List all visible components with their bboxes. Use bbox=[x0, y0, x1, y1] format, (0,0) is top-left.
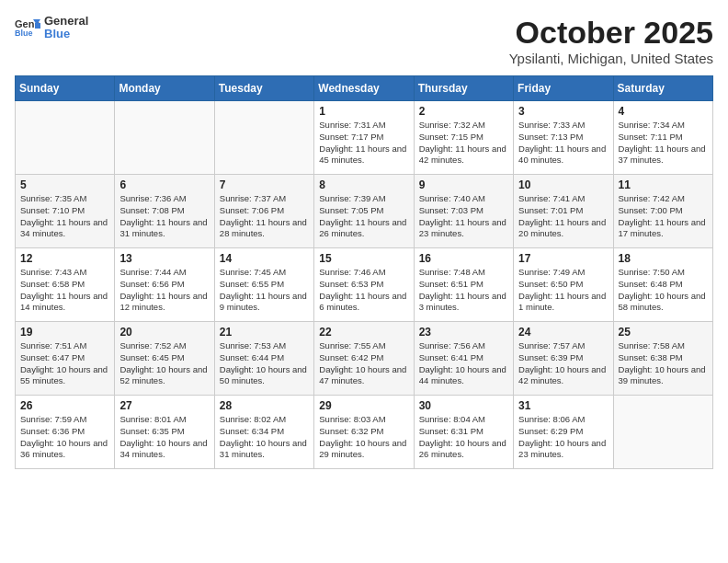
weekday-header-wednesday: Wednesday bbox=[314, 76, 414, 101]
calendar-cell: 22 Sunrise: 7:55 AMSunset: 6:42 PMDaylig… bbox=[314, 322, 414, 396]
week-row-4: 19 Sunrise: 7:51 AMSunset: 6:47 PMDaylig… bbox=[16, 322, 713, 396]
calendar-cell bbox=[214, 101, 313, 175]
day-detail: Sunrise: 7:40 AMSunset: 7:03 PMDaylight:… bbox=[419, 193, 506, 238]
calendar-cell: 26 Sunrise: 7:59 AMSunset: 6:36 PMDaylig… bbox=[16, 396, 115, 469]
day-number: 8 bbox=[319, 178, 408, 191]
day-number: 30 bbox=[419, 399, 508, 412]
calendar-cell: 6 Sunrise: 7:36 AMSunset: 7:08 PMDayligh… bbox=[115, 175, 214, 248]
day-number: 16 bbox=[419, 252, 508, 265]
day-detail: Sunrise: 7:44 AMSunset: 6:56 PMDaylight:… bbox=[119, 267, 207, 312]
week-row-2: 5 Sunrise: 7:35 AMSunset: 7:10 PMDayligh… bbox=[16, 175, 713, 248]
calendar-cell: 4 Sunrise: 7:34 AMSunset: 7:11 PMDayligh… bbox=[613, 101, 712, 175]
calendar-cell: 1 Sunrise: 7:31 AMSunset: 7:17 PMDayligh… bbox=[314, 101, 414, 175]
weekday-header-saturday: Saturday bbox=[613, 76, 712, 101]
day-detail: Sunrise: 7:46 AMSunset: 6:53 PMDaylight:… bbox=[319, 267, 406, 312]
day-number: 12 bbox=[20, 252, 109, 265]
logo-general-text: General bbox=[44, 15, 88, 28]
calendar-cell: 14 Sunrise: 7:45 AMSunset: 6:55 PMDaylig… bbox=[214, 248, 313, 322]
day-detail: Sunrise: 8:01 AMSunset: 6:35 PMDaylight:… bbox=[119, 414, 207, 459]
calendar-cell: 2 Sunrise: 7:32 AMSunset: 7:15 PMDayligh… bbox=[414, 101, 513, 175]
day-number: 19 bbox=[20, 326, 109, 339]
page-header: General Blue General Blue October 2025 Y… bbox=[15, 15, 713, 66]
calendar-cell bbox=[115, 101, 214, 175]
day-detail: Sunrise: 7:48 AMSunset: 6:51 PMDaylight:… bbox=[419, 267, 506, 312]
weekday-header-friday: Friday bbox=[514, 76, 613, 101]
calendar-table: SundayMondayTuesdayWednesdayThursdayFrid… bbox=[15, 75, 713, 469]
day-number: 2 bbox=[419, 105, 508, 118]
day-number: 26 bbox=[20, 399, 109, 412]
day-detail: Sunrise: 8:04 AMSunset: 6:31 PMDaylight:… bbox=[419, 414, 506, 459]
day-number: 31 bbox=[518, 399, 608, 412]
calendar-cell: 16 Sunrise: 7:48 AMSunset: 6:51 PMDaylig… bbox=[414, 248, 513, 322]
calendar-cell bbox=[16, 101, 115, 175]
calendar-cell: 7 Sunrise: 7:37 AMSunset: 7:06 PMDayligh… bbox=[214, 175, 313, 248]
calendar-cell: 19 Sunrise: 7:51 AMSunset: 6:47 PMDaylig… bbox=[16, 322, 115, 396]
week-row-3: 12 Sunrise: 7:43 AMSunset: 6:58 PMDaylig… bbox=[16, 248, 713, 322]
calendar-cell: 20 Sunrise: 7:52 AMSunset: 6:45 PMDaylig… bbox=[115, 322, 214, 396]
day-detail: Sunrise: 7:56 AMSunset: 6:41 PMDaylight:… bbox=[419, 340, 506, 385]
calendar-cell: 10 Sunrise: 7:41 AMSunset: 7:01 PMDaylig… bbox=[514, 175, 613, 248]
calendar-cell: 9 Sunrise: 7:40 AMSunset: 7:03 PMDayligh… bbox=[414, 175, 513, 248]
day-detail: Sunrise: 7:32 AMSunset: 7:15 PMDaylight:… bbox=[419, 120, 506, 165]
day-detail: Sunrise: 7:45 AMSunset: 6:55 PMDaylight:… bbox=[220, 267, 307, 312]
day-number: 17 bbox=[518, 252, 608, 265]
day-detail: Sunrise: 7:41 AMSunset: 7:01 PMDaylight:… bbox=[518, 193, 606, 238]
day-detail: Sunrise: 7:43 AMSunset: 6:58 PMDaylight:… bbox=[20, 267, 108, 312]
day-detail: Sunrise: 7:59 AMSunset: 6:36 PMDaylight:… bbox=[20, 414, 108, 459]
weekday-header-row: SundayMondayTuesdayWednesdayThursdayFrid… bbox=[16, 76, 713, 101]
day-detail: Sunrise: 7:37 AMSunset: 7:06 PMDaylight:… bbox=[220, 193, 307, 238]
calendar-cell: 30 Sunrise: 8:04 AMSunset: 6:31 PMDaylig… bbox=[414, 396, 513, 469]
day-number: 29 bbox=[319, 399, 408, 412]
weekday-header-thursday: Thursday bbox=[414, 76, 513, 101]
day-number: 20 bbox=[119, 326, 209, 339]
day-detail: Sunrise: 8:02 AMSunset: 6:34 PMDaylight:… bbox=[220, 414, 307, 459]
day-number: 14 bbox=[220, 252, 309, 265]
calendar-cell: 29 Sunrise: 8:03 AMSunset: 6:32 PMDaylig… bbox=[314, 396, 414, 469]
day-number: 23 bbox=[419, 326, 508, 339]
day-number: 5 bbox=[20, 178, 109, 191]
day-detail: Sunrise: 7:55 AMSunset: 6:42 PMDaylight:… bbox=[319, 340, 406, 385]
day-detail: Sunrise: 7:51 AMSunset: 6:47 PMDaylight:… bbox=[20, 340, 108, 385]
day-detail: Sunrise: 7:57 AMSunset: 6:39 PMDaylight:… bbox=[518, 340, 606, 385]
svg-text:Blue: Blue bbox=[15, 29, 33, 38]
day-detail: Sunrise: 7:34 AMSunset: 7:11 PMDaylight:… bbox=[619, 120, 706, 165]
day-number: 21 bbox=[220, 326, 309, 339]
calendar-cell: 18 Sunrise: 7:50 AMSunset: 6:48 PMDaylig… bbox=[613, 248, 712, 322]
location-title: Ypsilanti, Michigan, United States bbox=[509, 51, 713, 66]
calendar-cell: 23 Sunrise: 7:56 AMSunset: 6:41 PMDaylig… bbox=[414, 322, 513, 396]
calendar-cell: 13 Sunrise: 7:44 AMSunset: 6:56 PMDaylig… bbox=[115, 248, 214, 322]
day-number: 15 bbox=[319, 252, 408, 265]
day-number: 22 bbox=[319, 326, 408, 339]
day-number: 1 bbox=[319, 105, 408, 118]
month-title: October 2025 bbox=[509, 15, 713, 51]
day-detail: Sunrise: 7:36 AMSunset: 7:08 PMDaylight:… bbox=[119, 193, 207, 238]
weekday-header-monday: Monday bbox=[115, 76, 214, 101]
calendar-cell: 27 Sunrise: 8:01 AMSunset: 6:35 PMDaylig… bbox=[115, 396, 214, 469]
calendar-cell: 12 Sunrise: 7:43 AMSunset: 6:58 PMDaylig… bbox=[16, 248, 115, 322]
day-number: 25 bbox=[619, 326, 708, 339]
day-number: 24 bbox=[518, 326, 608, 339]
day-number: 4 bbox=[619, 105, 708, 118]
day-number: 3 bbox=[518, 105, 608, 118]
day-detail: Sunrise: 7:50 AMSunset: 6:48 PMDaylight:… bbox=[619, 267, 706, 312]
calendar-cell: 3 Sunrise: 7:33 AMSunset: 7:13 PMDayligh… bbox=[514, 101, 613, 175]
day-detail: Sunrise: 8:03 AMSunset: 6:32 PMDaylight:… bbox=[319, 414, 406, 459]
day-number: 18 bbox=[619, 252, 708, 265]
calendar-cell: 31 Sunrise: 8:06 AMSunset: 6:29 PMDaylig… bbox=[514, 396, 613, 469]
title-area: October 2025 Ypsilanti, Michigan, United… bbox=[509, 15, 713, 66]
svg-marker-3 bbox=[35, 23, 40, 29]
day-detail: Sunrise: 7:52 AMSunset: 6:45 PMDaylight:… bbox=[119, 340, 207, 385]
day-number: 28 bbox=[220, 399, 309, 412]
day-detail: Sunrise: 7:39 AMSunset: 7:05 PMDaylight:… bbox=[319, 193, 406, 238]
day-number: 9 bbox=[419, 178, 508, 191]
logo: General Blue General Blue bbox=[15, 15, 88, 41]
day-number: 13 bbox=[119, 252, 209, 265]
calendar-cell: 24 Sunrise: 7:57 AMSunset: 6:39 PMDaylig… bbox=[514, 322, 613, 396]
calendar-cell: 5 Sunrise: 7:35 AMSunset: 7:10 PMDayligh… bbox=[16, 175, 115, 248]
day-detail: Sunrise: 8:06 AMSunset: 6:29 PMDaylight:… bbox=[518, 414, 606, 459]
calendar-cell: 25 Sunrise: 7:58 AMSunset: 6:38 PMDaylig… bbox=[613, 322, 712, 396]
day-number: 10 bbox=[518, 178, 608, 191]
calendar-cell: 28 Sunrise: 8:02 AMSunset: 6:34 PMDaylig… bbox=[214, 396, 313, 469]
day-detail: Sunrise: 7:35 AMSunset: 7:10 PMDaylight:… bbox=[20, 193, 108, 238]
weekday-header-tuesday: Tuesday bbox=[214, 76, 313, 101]
